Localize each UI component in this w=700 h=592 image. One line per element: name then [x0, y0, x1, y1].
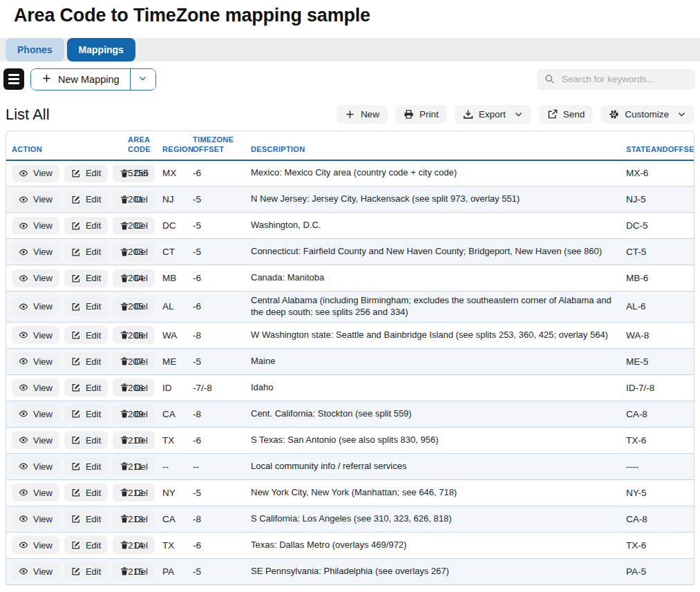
stateandoffset-cell: MX-6: [621, 160, 694, 187]
button-label: View: [33, 566, 53, 577]
edit-button[interactable]: Edit: [64, 405, 108, 423]
column-header-region: REGION: [157, 131, 187, 160]
action-cell: ViewEditDel: [6, 427, 122, 453]
eye-icon: [19, 221, 28, 231]
view-button[interactable]: View: [12, 457, 59, 475]
action-cell: ViewEditDel: [6, 160, 122, 187]
view-button[interactable]: View: [12, 405, 59, 423]
button-label: Edit: [86, 435, 101, 446]
button-label: View: [33, 540, 53, 551]
description-cell: S California: Los Angeles (see 310, 323,…: [245, 506, 621, 532]
button-label: View: [33, 488, 53, 498]
eye-icon: [19, 356, 28, 366]
new-mapping-button[interactable]: New Mapping: [31, 69, 130, 90]
edit-button[interactable]: Edit: [64, 269, 108, 287]
tab-phones[interactable]: Phones: [6, 38, 64, 61]
region-cell: TX: [157, 532, 187, 558]
description-cell: Texas: Dallas Metro (overlays 469/972): [245, 532, 621, 558]
search-input[interactable]: [562, 74, 688, 84]
new-mapping-label: New Mapping: [58, 74, 120, 85]
edit-button[interactable]: Edit: [64, 191, 108, 209]
edit-button[interactable]: Edit: [64, 326, 108, 344]
view-button[interactable]: View: [12, 164, 59, 182]
timezone_offset-cell: -5: [187, 348, 245, 374]
stateandoffset-cell: TX-6: [621, 427, 694, 453]
stateandoffset-cell: WA-8: [621, 322, 694, 348]
view-button[interactable]: View: [12, 298, 59, 316]
send-button[interactable]: Send: [539, 105, 594, 124]
description-cell: Local community info / referral services: [245, 453, 621, 479]
edit-button[interactable]: Edit: [64, 217, 108, 235]
button-label: View: [33, 409, 53, 419]
edit-button[interactable]: Edit: [64, 562, 108, 580]
timezone_offset-cell: -5: [187, 558, 245, 584]
print-button[interactable]: Print: [395, 105, 447, 124]
edit-button[interactable]: Edit: [64, 536, 108, 554]
button-label: Edit: [86, 461, 101, 472]
button-label: View: [33, 247, 53, 257]
new-mapping-dropdown-button[interactable]: [130, 69, 155, 90]
edit-button[interactable]: Edit: [64, 243, 108, 261]
view-button[interactable]: View: [12, 484, 59, 502]
export-button[interactable]: Export: [455, 105, 531, 124]
description-cell: Washington, D.C.: [245, 213, 621, 239]
edit-button[interactable]: Edit: [64, 457, 108, 475]
tab-mappings[interactable]: Mappings: [67, 38, 135, 61]
chevron-down-icon: [514, 110, 523, 119]
edit-button[interactable]: Edit: [64, 484, 108, 502]
view-button[interactable]: View: [12, 243, 59, 261]
chevron-down-icon: [677, 110, 686, 119]
table-row: ViewEditDel205AL-6Central Alabama (inclu…: [6, 292, 694, 323]
tab-bar: Phones Mappings: [0, 38, 700, 61]
timezone_offset-cell: --: [187, 453, 245, 479]
table-row: ViewEditDel5255MX-6Mexico: Mexico City a…: [6, 160, 694, 187]
view-button[interactable]: View: [12, 536, 59, 554]
hamburger-menu-button[interactable]: [3, 68, 24, 90]
description-cell: Central Alabama (including Birmingham; e…: [245, 292, 621, 323]
edit-icon: [71, 461, 81, 471]
stateandoffset-cell: AL-6: [621, 292, 694, 323]
stateandoffset-cell: NY-5: [621, 479, 694, 506]
description-cell: New York City, New York (Manhattan; see …: [245, 479, 621, 506]
button-label: Edit: [86, 540, 101, 551]
edit-button[interactable]: Edit: [64, 510, 108, 528]
view-button[interactable]: View: [12, 379, 59, 397]
edit-button[interactable]: Edit: [64, 164, 108, 182]
button-label: Edit: [86, 168, 101, 178]
customize-button[interactable]: Customize: [600, 105, 694, 124]
edit-button[interactable]: Edit: [64, 352, 108, 370]
plus-icon: [41, 73, 52, 86]
view-button[interactable]: View: [12, 191, 59, 209]
stateandoffset-cell: CT-5: [621, 239, 694, 265]
eye-icon: [19, 274, 28, 283]
button-label: View: [33, 168, 53, 178]
button-label: View: [33, 461, 53, 472]
region-cell: NJ: [157, 187, 187, 213]
timezone_offset-cell: -6: [187, 292, 245, 323]
view-button[interactable]: View: [12, 562, 59, 580]
view-button[interactable]: View: [12, 217, 59, 235]
eye-icon: [19, 435, 28, 445]
edit-button[interactable]: Edit: [64, 431, 108, 449]
new-button[interactable]: New: [337, 105, 388, 124]
eye-icon: [19, 488, 28, 497]
description-cell: Maine: [245, 348, 621, 374]
view-button[interactable]: View: [12, 269, 59, 287]
view-button[interactable]: View: [12, 431, 59, 449]
hamburger-icon: [8, 74, 19, 76]
view-button[interactable]: View: [12, 352, 59, 370]
stateandoffset-cell: CA-8: [621, 401, 694, 427]
view-button[interactable]: View: [12, 510, 59, 528]
edit-button[interactable]: Edit: [64, 379, 108, 397]
column-header-area_code: AREA CODE: [122, 131, 157, 160]
eye-icon: [19, 330, 28, 340]
region-cell: CT: [157, 239, 187, 265]
eye-icon: [19, 409, 28, 419]
table-row: ViewEditDel208ID-7/-8IdahoID-7/-8: [6, 374, 694, 401]
timezone_offset-cell: -5: [187, 239, 245, 265]
column-header-action: ACTION: [6, 131, 122, 160]
table-body: ViewEditDel5255MX-6Mexico: Mexico City a…: [6, 160, 694, 585]
edit-button[interactable]: Edit: [64, 298, 108, 316]
view-button[interactable]: View: [12, 326, 59, 344]
stateandoffset-cell: DC-5: [621, 213, 694, 239]
